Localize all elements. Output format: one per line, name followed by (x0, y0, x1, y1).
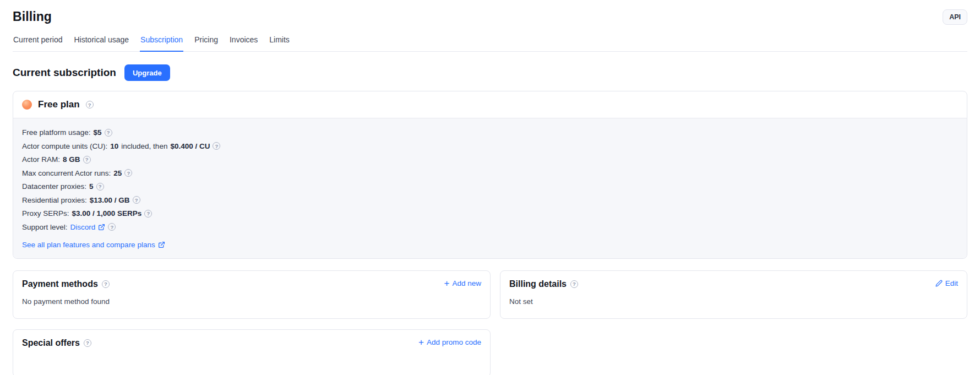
payment-methods-title: Payment methods (22, 279, 98, 289)
external-link-icon (98, 224, 105, 231)
feature-value: $3.00 / 1,000 SERPs (72, 209, 142, 218)
tab-invoices[interactable]: Invoices (229, 33, 258, 52)
feature-value: 25 (113, 169, 122, 177)
compare-plans-row: See all plan features and compare plans (22, 241, 958, 249)
feature-row: Datacenter proxies: 5 ? (22, 182, 958, 191)
feature-row: Actor RAM: 8 GB ? (22, 155, 958, 164)
add-payment-method-button[interactable]: + Add new (444, 279, 481, 287)
feature-row: Proxy SERPs: $3.00 / 1,000 SERPs ? (22, 209, 958, 218)
tab-historical-usage[interactable]: Historical usage (74, 33, 130, 52)
payment-methods-card: Payment methods ? + Add new No payment m… (13, 270, 491, 319)
feature-label: Datacenter proxies: (22, 182, 86, 191)
special-offers-header: Special offers ? + Add promo code (22, 338, 481, 348)
feature-label: Support level: (22, 223, 68, 231)
feature-label: Proxy SERPs: (22, 209, 69, 218)
tab-subscription[interactable]: Subscription (140, 33, 183, 52)
billing-details-header: Billing details ? Edit (509, 279, 958, 289)
feature-row: Free platform usage: $5 ? (22, 128, 958, 137)
api-button[interactable]: API (943, 9, 967, 25)
help-icon[interactable]: ? (105, 129, 112, 137)
help-icon[interactable]: ? (570, 280, 578, 288)
page-header: Billing API (13, 0, 967, 25)
billing-details-card: Billing details ? Edit Not set (500, 270, 967, 319)
page-title: Billing (13, 9, 52, 24)
feature-row: Max concurrent Actor runs: 25 ? (22, 169, 958, 177)
feature-value-2: $0.400 / CU (170, 142, 210, 150)
plan-tier-dot-icon (22, 100, 32, 110)
discord-link[interactable]: Discord (70, 223, 106, 231)
help-icon[interactable]: ? (124, 169, 132, 177)
plus-icon: + (444, 280, 450, 287)
feature-value: $5 (94, 128, 102, 137)
external-link-icon (158, 241, 165, 248)
special-offers-title-group: Special offers ? (22, 338, 91, 348)
plan-name: Free plan (38, 99, 80, 110)
edit-billing-details-label: Edit (945, 279, 958, 287)
upgrade-button[interactable]: Upgrade (124, 64, 170, 81)
billing-tabs: Current period Historical usage Subscrip… (13, 33, 967, 52)
plan-card-header: Free plan ? (13, 91, 967, 118)
help-icon[interactable]: ? (213, 142, 220, 150)
special-offers-card: Special offers ? + Add promo code (13, 329, 491, 375)
feature-row: Support level: Discord ? (22, 223, 958, 231)
feature-label: Actor compute units (CU): (22, 142, 107, 150)
current-subscription-header: Current subscription Upgrade (13, 64, 967, 81)
section-title: Current subscription (13, 67, 116, 79)
payment-methods-header: Payment methods ? + Add new (22, 279, 481, 289)
add-promo-code-label: Add promo code (427, 338, 481, 346)
edit-billing-details-button[interactable]: Edit (935, 279, 958, 287)
help-icon[interactable]: ? (86, 101, 94, 108)
billing-details-title-group: Billing details ? (509, 279, 578, 289)
billing-cards-row: Payment methods ? + Add new No payment m… (13, 270, 967, 319)
billing-details-title: Billing details (509, 279, 567, 289)
help-icon[interactable]: ? (133, 196, 140, 204)
billing-details-empty-text: Not set (509, 297, 958, 306)
feature-label: Actor RAM: (22, 155, 60, 164)
compare-plans-link-label: See all plan features and compare plans (22, 241, 155, 249)
payment-methods-title-group: Payment methods ? (22, 279, 110, 289)
feature-value: 10 (110, 142, 118, 150)
feature-value: 8 GB (63, 155, 80, 164)
tab-limits[interactable]: Limits (269, 33, 290, 52)
feature-label: Max concurrent Actor runs: (22, 169, 111, 177)
feature-row: Residential proxies: $13.00 / GB ? (22, 196, 958, 204)
help-icon[interactable]: ? (83, 156, 91, 164)
plan-card-body: Free platform usage: $5 ? Actor compute … (13, 118, 967, 258)
pencil-icon (935, 280, 943, 287)
feature-mid-text: included, then (121, 142, 167, 150)
help-icon[interactable]: ? (96, 183, 104, 191)
tab-current-period[interactable]: Current period (13, 33, 63, 52)
discord-link-label: Discord (70, 223, 96, 231)
billing-page: Billing API Current period Historical us… (0, 0, 980, 375)
help-icon[interactable]: ? (144, 210, 152, 218)
feature-row: Actor compute units (CU): 10 included, t… (22, 142, 958, 150)
feature-value: $13.00 / GB (90, 196, 130, 204)
compare-plans-link[interactable]: See all plan features and compare plans (22, 241, 165, 249)
special-offers-title: Special offers (22, 338, 80, 348)
tab-pricing[interactable]: Pricing (194, 33, 219, 52)
help-icon[interactable]: ? (102, 280, 110, 288)
feature-value: 5 (89, 182, 94, 191)
free-plan-card: Free plan ? Free platform usage: $5 ? Ac… (13, 91, 967, 259)
help-icon[interactable]: ? (108, 223, 116, 231)
plus-icon: + (418, 339, 424, 346)
feature-label: Residential proxies: (22, 196, 87, 204)
payment-methods-empty-text: No payment method found (22, 297, 481, 306)
help-icon[interactable]: ? (84, 339, 91, 347)
add-payment-method-label: Add new (452, 279, 481, 287)
feature-label: Free platform usage: (22, 128, 91, 137)
add-promo-code-button[interactable]: + Add promo code (418, 338, 481, 346)
